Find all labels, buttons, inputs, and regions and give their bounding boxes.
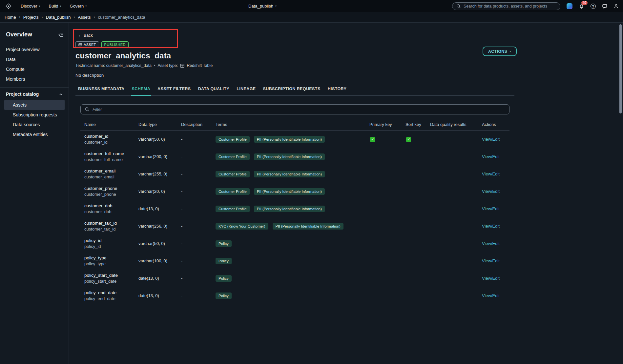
breadcrumb-link[interactable]: Home (5, 15, 16, 20)
chevron-right-icon: › (74, 15, 75, 19)
glossary-term-chip[interactable]: Policy (216, 258, 232, 264)
glossary-term-chip[interactable]: PII (Personally Identifiable Information… (254, 206, 325, 212)
filter-box[interactable] (80, 104, 509, 114)
notifications-button[interactable]: 40 (579, 3, 584, 9)
breadcrumb-link[interactable]: customer_analytics_data (98, 15, 145, 20)
tab-lineage[interactable]: LINEAGE (233, 87, 259, 95)
tab-history[interactable]: HISTORY (324, 87, 350, 95)
glossary-term-chip[interactable]: Policy (216, 275, 232, 282)
breadcrumb-link[interactable]: Data_publish (46, 15, 71, 20)
cell-actions: View/Edit (482, 172, 509, 176)
view-edit-link[interactable]: View/Edit (482, 206, 500, 211)
table-row: customer_tax_id customer_tax_id varchar(… (80, 217, 509, 235)
view-edit-link[interactable]: View/Edit (482, 293, 500, 298)
cell-terms: KYC (Know Your Customer)PII (Personally … (216, 223, 369, 230)
back-link[interactable]: ← Back (78, 33, 93, 38)
column-header-sort-key: Sort key (405, 122, 430, 127)
glossary-term-chip[interactable]: Customer Profile (216, 206, 250, 212)
app-logo-icon[interactable] (6, 3, 11, 9)
cell-name: policy_end_date policy_end_date (80, 290, 138, 301)
glossary-term-chip[interactable]: PII (Personally Identifiable Information… (273, 223, 343, 230)
glossary-term-chip[interactable]: KYC (Know Your Customer) (216, 223, 268, 230)
sidebar-section-project-catalog[interactable]: Project catalog (0, 91, 69, 97)
table-row: policy_type policy_type varchar(100, 0) … (80, 252, 509, 270)
sidebar-item-assets[interactable]: Assets (4, 100, 65, 110)
table-body: customer_id customer_id varchar(50, 0) -… (80, 131, 509, 304)
cell-actions: View/Edit (482, 137, 509, 142)
breadcrumb-link[interactable]: Projects (23, 15, 39, 20)
tab-business-metadata[interactable]: BUSINESS METADATA (75, 87, 128, 95)
chevron-right-icon: › (19, 15, 20, 19)
sidebar-item-metadata-entities[interactable]: Metadata entities (4, 130, 65, 139)
cell-name: customer_dob customer_dob (80, 203, 138, 214)
view-edit-link[interactable]: View/Edit (482, 189, 500, 194)
global-search[interactable] (452, 2, 560, 10)
tab-asset-filters[interactable]: ASSET FILTERS (154, 87, 195, 95)
cell-actions: View/Edit (482, 206, 509, 211)
view-edit-link[interactable]: View/Edit (482, 154, 500, 159)
sidebar-item-subscription-requests[interactable]: Subscription requests (4, 110, 65, 120)
sidebar-item-project-overview[interactable]: Project overview (0, 45, 69, 54)
glossary-term-chip[interactable]: PII (Personally Identifiable Information… (254, 188, 325, 195)
glossary-term-chip[interactable]: PII (Personally Identifiable Information… (254, 136, 325, 143)
cell-name: customer_id customer_id (80, 134, 138, 145)
tab-data-quality[interactable]: DATA QUALITY (195, 87, 233, 95)
search-icon (85, 107, 90, 112)
description-text: No description (75, 73, 623, 78)
back-arrow-icon: ← (78, 33, 82, 38)
sidebar-section-label: Project catalog (6, 91, 39, 97)
breadcrumb-item: customer_analytics_data › (98, 15, 145, 20)
breadcrumb-link[interactable]: Assets (78, 15, 91, 20)
scrollbar-thumb[interactable] (619, 24, 622, 113)
tab-subscription-requests[interactable]: SUBSCRIPTION REQUESTS (260, 87, 324, 95)
project-selector-dropdown[interactable]: Data_publish ▾ (248, 4, 277, 9)
view-edit-link[interactable]: View/Edit (482, 276, 500, 281)
view-edit-link[interactable]: View/Edit (482, 172, 500, 176)
sidebar-item-data-sources[interactable]: Data sources (4, 120, 65, 130)
table-row: customer_dob customer_dob date(13, 0) - … (80, 200, 509, 217)
cell-terms: Policy (216, 240, 369, 247)
global-search-input[interactable] (464, 4, 556, 9)
filter-input[interactable] (93, 107, 505, 112)
cell-description: - (181, 293, 216, 298)
glossary-term-chip[interactable]: Customer Profile (216, 171, 250, 177)
nav-menu-label: Discover (21, 4, 37, 9)
actions-button[interactable]: ACTIONS ▾ (483, 47, 517, 56)
view-edit-link[interactable]: View/Edit (482, 137, 500, 142)
nav-menu-build[interactable]: Build ▾ (49, 4, 61, 9)
glossary-term-chip[interactable]: Customer Profile (216, 188, 250, 195)
nav-menu-govern[interactable]: Govern ▾ (70, 4, 87, 9)
chevron-right-icon: › (94, 15, 95, 19)
glossary-term-chip[interactable]: Policy (216, 293, 232, 299)
glossary-term-chip[interactable]: Policy (216, 240, 232, 247)
cell-description: - (181, 206, 216, 211)
feedback-button[interactable] (602, 4, 607, 9)
view-edit-link[interactable]: View/Edit (482, 258, 500, 263)
view-edit-link[interactable]: View/Edit (482, 224, 500, 229)
sidebar-item-compute[interactable]: Compute (0, 64, 69, 74)
sidebar-item-members[interactable]: Members (0, 74, 69, 84)
cell-name: customer_tax_id customer_tax_id (80, 221, 138, 232)
assistant-button[interactable] (567, 3, 572, 9)
search-icon (456, 4, 461, 9)
glossary-term-chip[interactable]: Customer Profile (216, 136, 250, 143)
nav-menu-discover[interactable]: Discover ▾ (21, 4, 40, 9)
main-content: ← Back ASSET PUBLISHED customer_analytic… (69, 23, 623, 364)
cell-data-type: date(13, 0) (138, 276, 181, 281)
caret-down-icon: ▾ (85, 5, 87, 8)
primary-nav-menus: Discover ▾ Build ▾ Govern ▾ (21, 4, 87, 9)
glossary-term-chip[interactable]: PII (Personally Identifiable Information… (254, 153, 325, 160)
cell-description: - (181, 172, 216, 176)
chevron-right-icon: › (42, 15, 43, 19)
cell-data-type: date(13, 0) (138, 293, 181, 298)
user-menu-button[interactable] (613, 4, 619, 9)
help-button[interactable]: ? (591, 4, 596, 9)
view-edit-link[interactable]: View/Edit (482, 241, 500, 246)
breadcrumb-item: Projects › (23, 15, 46, 20)
sidebar-item-data[interactable]: Data (0, 54, 69, 64)
glossary-term-chip[interactable]: PII (Personally Identifiable Information… (254, 171, 325, 177)
collapse-sidebar-icon[interactable] (58, 32, 63, 37)
tab-schema[interactable]: SCHEMA (128, 87, 154, 95)
cell-terms: Policy (216, 275, 369, 282)
glossary-term-chip[interactable]: Customer Profile (216, 153, 250, 160)
